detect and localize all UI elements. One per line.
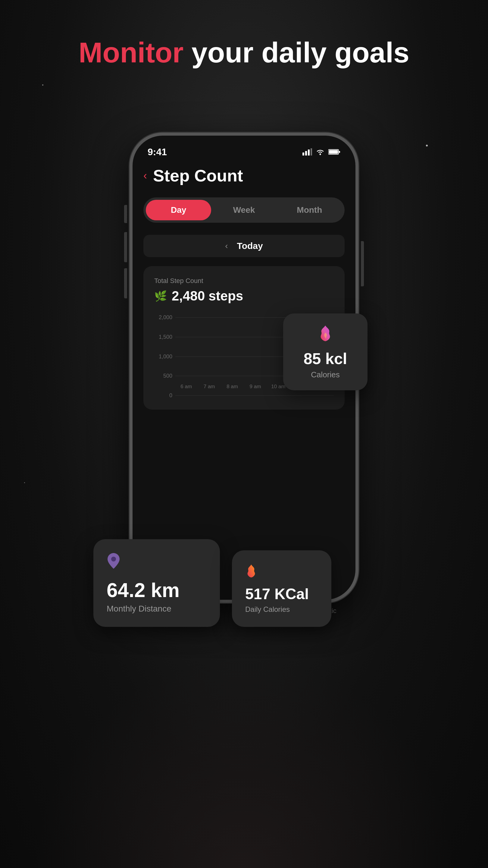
steps-icon: 🌿 bbox=[154, 290, 167, 302]
grid-label-2000: 2,000 bbox=[154, 314, 172, 321]
pin-icon bbox=[107, 553, 121, 569]
bar-8am: 8 am bbox=[223, 381, 241, 390]
chart-card-label: Total Step Count bbox=[154, 277, 334, 285]
star-decoration bbox=[426, 145, 428, 147]
flame-small-icon bbox=[245, 564, 257, 578]
arch-background bbox=[33, 657, 455, 868]
tab-bar: Day Week Month bbox=[143, 197, 345, 223]
wifi-icon bbox=[316, 148, 325, 156]
step-count-value: 2,480 steps bbox=[172, 288, 243, 304]
back-button[interactable]: ‹ bbox=[143, 169, 147, 182]
star-decoration bbox=[24, 482, 25, 483]
distance-label: Monthly Distance bbox=[107, 604, 207, 614]
date-label: Today bbox=[237, 241, 263, 251]
prev-date-arrow[interactable]: ‹ bbox=[225, 241, 228, 251]
phone-mockup: 9:41 bbox=[130, 133, 358, 603]
svg-rect-7 bbox=[329, 150, 338, 154]
status-time: 9:41 bbox=[148, 147, 167, 158]
grid-line-0: 0 bbox=[154, 393, 334, 399]
daily-calories-card: 517 KCal Daily Calories bbox=[232, 550, 331, 627]
daily-cal-value: 517 KCal bbox=[245, 585, 318, 603]
svg-point-8 bbox=[111, 557, 116, 561]
power-button bbox=[361, 241, 364, 286]
bar-7am: 7 am bbox=[200, 381, 218, 390]
volume-up-button bbox=[124, 232, 127, 262]
date-navigator: ‹ Today bbox=[143, 235, 345, 257]
calories-popup-card: 85 kcl Calories bbox=[283, 313, 367, 390]
calories-label: Calories bbox=[294, 370, 357, 379]
hero-title: Monitor your daily goals bbox=[0, 36, 488, 69]
status-icons bbox=[302, 148, 340, 156]
distance-value: 64.2 km bbox=[107, 579, 207, 601]
app-title: Step Count bbox=[153, 166, 243, 185]
tab-day[interactable]: Day bbox=[146, 200, 211, 220]
daily-cal-label: Daily Calories bbox=[245, 605, 318, 614]
svg-rect-3 bbox=[311, 148, 312, 156]
hero-title-rest: your daily goals bbox=[184, 36, 410, 68]
calories-flame-icon bbox=[294, 324, 357, 345]
flame-icon bbox=[318, 324, 333, 341]
svg-rect-0 bbox=[302, 153, 304, 156]
bar-label-6am: 6 am bbox=[181, 384, 192, 390]
tab-week[interactable]: Week bbox=[211, 200, 276, 220]
bar-label-10am: 10 am bbox=[271, 384, 285, 390]
bar-6am: 6 am bbox=[177, 381, 195, 390]
location-pin-icon bbox=[107, 553, 207, 572]
grid-label-1500: 1,500 bbox=[154, 334, 172, 340]
grid-label-500: 500 bbox=[154, 373, 172, 379]
signal-icon bbox=[302, 148, 312, 156]
calories-value: 85 kcl bbox=[294, 350, 357, 368]
volume-down-button bbox=[124, 268, 127, 299]
bar-label-9am: 9 am bbox=[250, 384, 261, 390]
app-header: ‹ Step Count bbox=[143, 166, 345, 185]
svg-rect-2 bbox=[308, 150, 310, 156]
daily-cal-flame-icon bbox=[245, 564, 318, 581]
grid-label-1000: 1,000 bbox=[154, 353, 172, 360]
status-bar: 9:41 bbox=[133, 135, 355, 160]
step-count-row: 🌿 2,480 steps bbox=[154, 288, 334, 304]
bar-9am: 9 am bbox=[246, 381, 264, 390]
volume-mute-button bbox=[124, 205, 127, 223]
hero-title-highlight: Monitor bbox=[78, 36, 184, 68]
svg-rect-6 bbox=[339, 151, 340, 153]
bar-label-8am: 8 am bbox=[227, 384, 238, 390]
battery-icon bbox=[328, 149, 340, 155]
distance-card: 64.2 km Monthly Distance bbox=[93, 539, 220, 627]
bar-label-7am: 7 am bbox=[204, 384, 215, 390]
svg-rect-1 bbox=[305, 151, 307, 156]
svg-point-4 bbox=[320, 154, 321, 155]
tab-month[interactable]: Month bbox=[277, 200, 342, 220]
star-decoration bbox=[42, 84, 43, 86]
grid-label-0: 0 bbox=[154, 393, 172, 399]
